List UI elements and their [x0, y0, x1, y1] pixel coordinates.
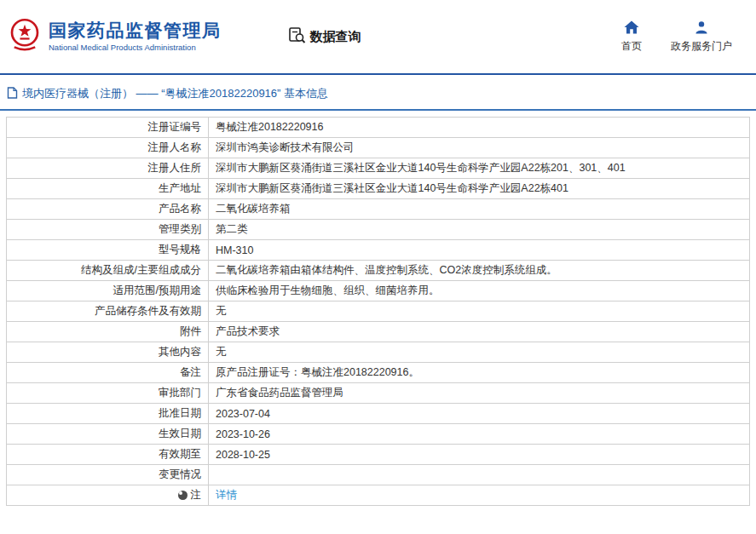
row-label: 批准日期 — [159, 406, 201, 421]
note-icon — [178, 491, 188, 500]
row-label: 其他内容 — [159, 345, 201, 359]
table-row: 产品名称 二氧化碳培养箱 — [7, 199, 750, 220]
table-row: 适用范围/预期用途 供临床检验用于生物细胞、组织、细菌培养用。 — [7, 281, 750, 301]
row-value: 深圳市大鹏新区葵涌街道三溪社区金业大道140号生命科学产业园A22栋201、30… — [216, 162, 626, 174]
row-label: 适用范围/预期用途 — [113, 284, 201, 298]
table-row: 附件 产品技术要求 — [7, 322, 750, 342]
table-row: 注册人住所 深圳市大鹏新区葵涌街道三溪社区金业大道140号生命科学产业园A22栋… — [7, 158, 750, 179]
row-label: 生产地址 — [159, 181, 201, 196]
site-logo[interactable]: 国家药品监督管理局 National Medical Products Admi… — [9, 18, 222, 55]
site-title: 国家药品监督管理局 — [49, 20, 222, 41]
row-label: 结构及组成/主要组成成分 — [81, 263, 201, 278]
row-value: 无 — [216, 305, 227, 317]
nav-home-label: 首页 — [621, 39, 642, 54]
table-row: 变更情况 — [7, 465, 750, 485]
row-label: 生效日期 — [159, 427, 201, 441]
row-value: 粤械注准20182220916 — [216, 121, 323, 133]
row-value: 深圳市鸿美诊断技术有限公司 — [216, 141, 355, 153]
document-icon — [7, 87, 18, 101]
row-value: 2023-10-26 — [216, 428, 270, 440]
table-row: 备注 原产品注册证号：粤械注准20182220916。 — [7, 363, 750, 383]
table-row: 生产地址 深圳市大鹏新区葵涌街道三溪社区金业大道140号生命科学产业园A22栋4… — [7, 179, 750, 199]
table-row: 批准日期 2023-07-04 — [7, 404, 750, 424]
row-label: 变更情况 — [159, 468, 201, 482]
row-value: 深圳市大鹏新区葵涌街道三溪社区金业大道140号生命科学产业园A22栋401 — [216, 182, 568, 194]
row-value: 第二类 — [216, 223, 248, 235]
row-label: 注册证编号 — [148, 120, 202, 135]
row-value: 2028-10-25 — [216, 449, 270, 461]
data-query-label: 数据查询 — [310, 29, 361, 45]
row-label: 有效期至 — [159, 447, 201, 462]
row-label: 审批部门 — [159, 386, 201, 400]
registration-info-table: 注册证编号 粤械注准20182220916 注册人名称 深圳市鸿美诊断技术有限公… — [6, 117, 750, 506]
table-row: 注 详情 — [7, 485, 750, 506]
table-row: 产品储存条件及有效期 无 — [7, 301, 750, 322]
row-value: 供临床检验用于生物细胞、组织、细菌培养用。 — [216, 284, 440, 296]
nav-data-query[interactable]: 数据查询 — [288, 26, 361, 47]
table-row: 注册证编号 粤械注准20182220916 — [7, 118, 750, 138]
nav-home[interactable]: 首页 — [621, 20, 642, 54]
table-row: 型号规格 HM-310 — [7, 240, 750, 261]
table-row: 管理类别 第二类 — [7, 220, 750, 240]
header: 国家药品监督管理局 National Medical Products Admi… — [0, 0, 756, 75]
table-row: 注册人名称 深圳市鸿美诊断技术有限公司 — [7, 138, 750, 158]
header-nav: 首页 政务服务门户 — [621, 20, 741, 54]
national-emblem-icon — [9, 18, 41, 55]
table-row: 生效日期 2023-10-26 — [7, 424, 750, 445]
row-value: 原产品注册证号：粤械注准20182220916。 — [216, 366, 419, 378]
row-label: 管理类别 — [159, 222, 201, 237]
row-label: 注册人住所 — [148, 161, 202, 175]
row-label: 附件 — [180, 324, 201, 339]
nav-portal-label: 政务服务门户 — [671, 39, 732, 54]
row-label: 产品名称 — [159, 202, 201, 216]
breadcrumb: 境内医疗器械（注册） —— “粤械注准20182220916” 基本信息 — [0, 75, 756, 111]
home-icon — [624, 20, 639, 37]
row-value: 广东省食品药品监督管理局 — [216, 387, 343, 399]
row-value: 2023-07-04 — [216, 408, 270, 420]
data-query-icon — [288, 26, 306, 47]
row-label: 产品储存条件及有效期 — [95, 304, 201, 319]
table-row: 有效期至 2028-10-25 — [7, 445, 750, 465]
row-label: 注 — [191, 488, 202, 502]
table-row: 其他内容 无 — [7, 342, 750, 363]
info-table-body: 注册证编号 粤械注准20182220916 注册人名称 深圳市鸿美诊断技术有限公… — [7, 118, 750, 506]
row-label: 型号规格 — [159, 243, 201, 257]
row-label: 备注 — [180, 365, 201, 380]
nav-gov-portal[interactable]: 政务服务门户 — [671, 20, 732, 54]
user-icon — [695, 20, 708, 37]
row-value: HM-310 — [216, 244, 253, 256]
row-value: 无 — [216, 346, 227, 358]
row-value: 二氧化碳培养箱由箱体结构件、温度控制系统、CO2浓度控制系统组成。 — [216, 264, 557, 276]
site-subtitle: National Medical Products Administration — [49, 43, 222, 53]
table-row: 结构及组成/主要组成成分 二氧化碳培养箱由箱体结构件、温度控制系统、CO2浓度控… — [7, 261, 750, 281]
row-value: 二氧化碳培养箱 — [216, 203, 291, 215]
detail-link[interactable]: 详情 — [216, 489, 237, 501]
row-value: 产品技术要求 — [216, 325, 280, 337]
table-row: 审批部门 广东省食品药品监督管理局 — [7, 383, 750, 404]
row-label: 注册人名称 — [148, 141, 202, 155]
breadcrumb-text: 境内医疗器械（注册） —— “粤械注准20182220916” 基本信息 — [22, 86, 328, 101]
